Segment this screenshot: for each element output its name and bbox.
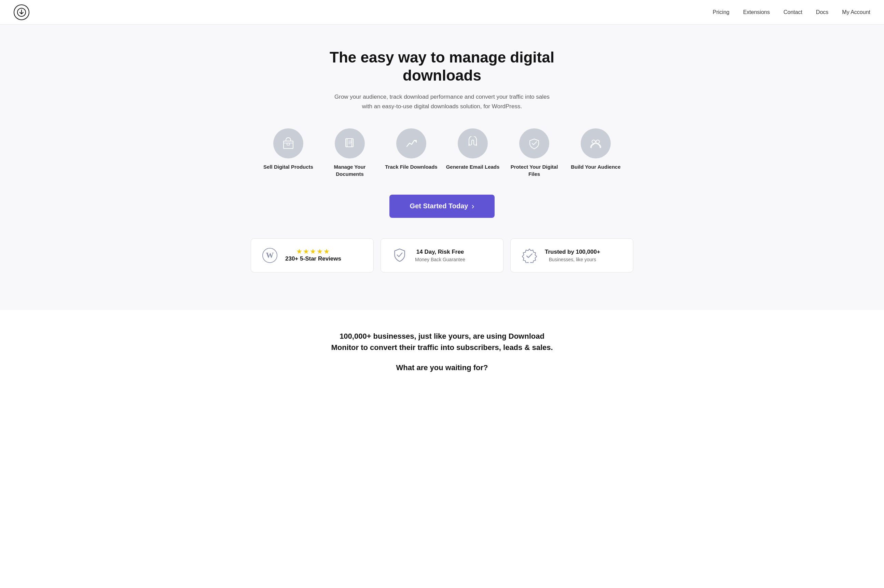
get-started-button[interactable]: Get Started Today › (389, 195, 495, 218)
feature-manage-docs: Manage Your Documents (323, 128, 377, 177)
trust-reviews: W ★★★★★ 230+ 5-Star Reviews (251, 238, 374, 273)
hero-section: The easy way to manage digital downloads… (0, 25, 884, 310)
hero-heading: The easy way to manage digital downloads (305, 48, 579, 85)
verified-badge-icon (520, 246, 539, 265)
feature-icon-docs (335, 128, 365, 159)
feature-icon-magnet (458, 128, 488, 159)
feature-email-leads: Generate Email Leads (446, 128, 500, 177)
nav-pricing[interactable]: Pricing (713, 9, 729, 15)
feature-sell-digital: Sell Digital Products (261, 128, 316, 177)
bottom-section: 100,000+ businesses, just like yours, ar… (0, 310, 884, 386)
nav-extensions[interactable]: Extensions (743, 9, 770, 15)
svg-rect-4 (346, 139, 352, 147)
trust-moneyback-sub: Money Back Guarantee (415, 257, 465, 262)
trust-badges: W ★★★★★ 230+ 5-Star Reviews 14 Day, Risk… (14, 238, 870, 293)
trust-reviews-text: ★★★★★ 230+ 5-Star Reviews (285, 247, 341, 264)
feature-label-docs: Manage Your Documents (323, 163, 377, 177)
features-row: Sell Digital Products Manage Your Docume… (14, 128, 870, 177)
feature-label-email: Generate Email Leads (446, 163, 500, 170)
cta-container: Get Started Today › (14, 195, 870, 218)
feature-label-sell: Sell Digital Products (263, 163, 313, 170)
hero-subheading: Grow your audience, track download perfo… (329, 92, 555, 111)
feature-icon-chart (396, 128, 426, 159)
svg-text:W: W (266, 251, 274, 260)
svg-rect-1 (284, 141, 293, 148)
feature-label-protect: Protect Your Digital Files (507, 163, 561, 177)
feature-protect-files: Protect Your Digital Files (507, 128, 561, 177)
trust-trusted-sub: Businesses, like yours (545, 257, 600, 262)
nav-contact[interactable]: Contact (783, 9, 802, 15)
nav-my-account[interactable]: My Account (842, 9, 870, 15)
trust-money-text: 14 Day, Risk Free Money Back Guarantee (415, 249, 465, 262)
logo-icon (14, 4, 29, 20)
feature-icon-store (273, 128, 303, 159)
svg-point-11 (592, 140, 595, 143)
shield-check-icon (390, 246, 409, 265)
wordpress-icon: W (261, 246, 279, 265)
cta-label: Get Started Today (410, 202, 468, 210)
feature-icon-audience (581, 128, 611, 159)
nav-links: Pricing Extensions Contact Docs My Accou… (713, 9, 870, 15)
trust-trusted-text: Trusted by 100,000+ Businesses, like you… (545, 249, 600, 262)
feature-icon-shield (519, 128, 549, 159)
feature-label-audience: Build Your Audience (571, 163, 621, 170)
feature-build-audience: Build Your Audience (568, 128, 623, 177)
trust-reviews-title: 230+ 5-Star Reviews (285, 255, 341, 262)
trust-money-back: 14 Day, Risk Free Money Back Guarantee (381, 238, 503, 273)
stat-text: 100,000+ businesses, just like yours, ar… (326, 330, 558, 353)
feature-label-track: Track File Downloads (385, 163, 437, 170)
sub-question: What are you waiting for? (14, 363, 870, 372)
feature-track-downloads: Track File Downloads (384, 128, 438, 177)
trust-trusted: Trusted by 100,000+ Businesses, like you… (510, 238, 633, 273)
navigation: Pricing Extensions Contact Docs My Accou… (0, 0, 884, 25)
logo[interactable] (14, 4, 29, 20)
svg-rect-5 (347, 139, 353, 147)
trust-trusted-title: Trusted by 100,000+ (545, 249, 600, 255)
svg-point-12 (596, 140, 599, 143)
nav-docs[interactable]: Docs (816, 9, 828, 15)
cta-arrow: › (471, 201, 474, 211)
trust-moneyback-title: 14 Day, Risk Free (415, 249, 465, 255)
svg-rect-2 (287, 143, 290, 145)
star-rating: ★★★★★ (285, 247, 341, 255)
